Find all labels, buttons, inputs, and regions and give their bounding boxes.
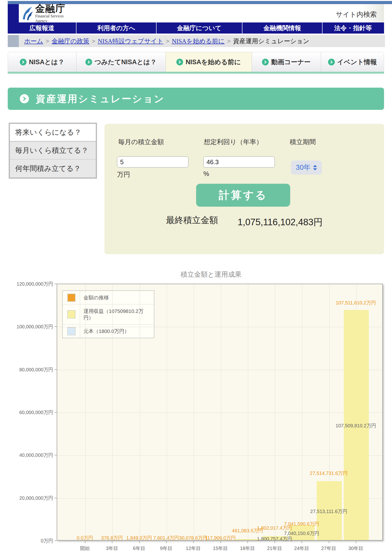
y-tick-mark — [54, 369, 57, 370]
y-tick-label: 0万円 — [4, 538, 53, 544]
gridline-h — [57, 413, 382, 413]
legend-row-2[interactable]: 運用収益（107509810.2万円） — [63, 304, 154, 324]
data-label-return-27年目: 27,513,111.6万円 — [310, 508, 347, 515]
global-nav: 広報報道利用者の方へ金融庁について金融機関情報法令・指針等 — [8, 23, 384, 34]
rate-input[interactable] — [203, 156, 275, 168]
tab-underline — [8, 72, 384, 74]
breadcrumb-link[interactable]: NISAを始める前に — [172, 38, 225, 45]
breadcrumb-trail: ホーム>金融庁の政策>NISA特設ウェブサイト>NISAを始める前に>資産運用シ… — [24, 37, 309, 45]
tab-label: NISAを始める前に — [186, 58, 241, 66]
nav-item-5[interactable]: 法令・指針等 — [323, 23, 384, 34]
legend-swatch-cell — [63, 324, 80, 338]
chart-legend: 金額の推移運用収益（107509810.2万円）元本（1800.0万円） — [62, 290, 154, 338]
data-label-total-6年目: 1,849.0万円 — [126, 535, 152, 541]
y-tick-label: 60,000,000万円 — [4, 409, 53, 416]
breadcrumb-link[interactable]: NISA特設ウェブサイト — [98, 38, 163, 45]
rate-unit: % — [203, 170, 209, 178]
page-banner: 資産運用シミュレーション — [8, 88, 384, 110]
legend-label: 運用収益（107509810.2万円） — [80, 304, 154, 324]
y-tick-mark — [54, 412, 57, 413]
y-tick-mark — [54, 326, 57, 327]
x-tick-mark — [302, 541, 302, 543]
simulation-sidebar: 将来いくらになる？毎月いくら積立てる？何年間積み立てる？ — [9, 123, 97, 179]
nav-item-4[interactable]: 金融機関情報 — [242, 23, 323, 34]
nav-item-3[interactable]: 金融庁について — [157, 23, 242, 34]
breadcrumb-separator: > — [166, 38, 170, 45]
gridline-v — [85, 284, 86, 540]
sidebar-item-2[interactable]: 毎月いくら積立てる？ — [10, 142, 96, 160]
tab-2[interactable]: つみたてNISAとは？ — [76, 52, 166, 72]
breadcrumb-link[interactable]: ホーム — [24, 38, 43, 45]
gridline-h — [57, 455, 382, 456]
gridline-v — [113, 284, 113, 540]
site-header: 金融庁 Financial Services Agency サイト内検索 — [8, 4, 384, 23]
monthly-amount-input[interactable] — [117, 156, 188, 168]
tab-label: イベント情報 — [337, 58, 377, 66]
nav-item-1[interactable]: 広報報道 — [8, 23, 76, 34]
legend-label: 元本（1800.0万円） — [80, 324, 154, 338]
x-tick-mark — [139, 541, 140, 543]
result-chart: 積立金額と運用成果 金額の推移運用収益（107509810.2万円）元本（180… — [0, 263, 392, 556]
select-updown-icon — [313, 165, 317, 170]
gridline-v — [194, 284, 194, 540]
legend-row-3[interactable]: 元本（1800.0万円） — [63, 324, 154, 338]
legend-swatch-icon — [67, 293, 75, 302]
nav-item-2[interactable]: 利用者の方へ — [76, 23, 157, 34]
y-tick-mark — [54, 498, 57, 498]
breadcrumb-separator: > — [92, 38, 96, 45]
final-amount-label: 最終積立金額 — [166, 214, 221, 227]
data-label-total-3年目: 376.8万円 — [101, 535, 123, 541]
banner-chevron-icon — [20, 94, 29, 103]
logo-subtitle: Financial Services Agency — [35, 14, 76, 23]
tab-3[interactable]: NISAを始める前に — [166, 52, 252, 72]
tab-1[interactable]: NISAとは？ — [8, 52, 76, 72]
period-label: 積立期間 — [290, 138, 316, 146]
breadcrumb-separator: > — [227, 38, 231, 45]
period-select[interactable]: 30年 — [291, 161, 322, 175]
tab-label: NISAとは？ — [29, 58, 64, 66]
rate-label: 想定利回り（年率） — [204, 138, 263, 146]
data-label-return-30年目: 107,509,810.2万円 — [336, 423, 376, 429]
calculate-button[interactable]: 計算する — [196, 184, 290, 207]
chevron-right-icon — [262, 59, 269, 65]
fsa-logo-icon — [21, 6, 34, 21]
sidebar-item-3[interactable]: 何年間積み立てる？ — [10, 160, 96, 178]
chevron-right-icon — [20, 59, 27, 65]
sidebar-item-1[interactable]: 将来いくらになる？ — [10, 124, 96, 142]
x-tick-mark — [329, 541, 329, 543]
section-tabs: NISAとは？つみたてNISAとは？NISAを始める前に動画コーナーイベント情報 — [8, 52, 384, 74]
tab-4[interactable]: 動画コーナー — [252, 52, 321, 72]
x-tick-mark — [166, 541, 167, 543]
x-tick-mark — [112, 541, 113, 543]
x-tick-mark — [85, 541, 85, 543]
y-tick-label: 40,000,000万円 — [4, 452, 53, 458]
legend-swatch-icon — [67, 310, 75, 318]
gridline-v — [167, 284, 167, 540]
final-amount-value: 1,075,116,102,483円 — [238, 216, 323, 228]
bar-18年目 — [235, 539, 261, 540]
data-label-total-27年目: 27,514,731.6万円 — [310, 470, 348, 477]
legend-label: 金額の推移 — [80, 291, 154, 304]
breadcrumb-current: 資産運用シミュレーション — [233, 38, 309, 45]
simulation-form: 毎月の積立金額 想定利回り（年率） 積立期間 万円 % 30年 計算する 最終積… — [105, 124, 384, 254]
legend-swatch-cell — [63, 291, 80, 304]
fsa-logo[interactable]: 金融庁 Financial Services Agency — [19, 4, 76, 23]
legend-row-1[interactable]: 金額の推移 — [63, 291, 154, 304]
breadcrumb: ホーム>金融庁の政策>NISA特設ウェブサイト>NISAを始める前に>資産運用シ… — [8, 35, 385, 47]
header-navy-strip — [8, 4, 19, 23]
breadcrumb-link[interactable]: 金融庁の政策 — [52, 38, 90, 45]
data-label-total-12年目: 30,078.6万円 — [179, 535, 207, 541]
site-search-label[interactable]: サイト内検索 — [336, 10, 377, 19]
legend-swatch-icon — [67, 327, 75, 335]
y-tick-mark — [54, 284, 57, 284]
breadcrumb-separator: > — [45, 38, 49, 45]
page-title: 資産運用シミュレーション — [36, 92, 165, 106]
tab-label: つみたてNISAとは？ — [95, 58, 157, 66]
monthly-amount-label: 毎月の積立金額 — [118, 138, 164, 146]
chart-title: 積立金額と運用成果 — [48, 270, 374, 279]
tab-5[interactable]: イベント情報 — [321, 52, 384, 72]
period-select-value: 30年 — [296, 163, 310, 172]
x-tick-mark — [220, 541, 221, 543]
chevron-right-icon — [328, 59, 335, 65]
y-tick-label: 120,000,000万円 — [4, 281, 53, 287]
